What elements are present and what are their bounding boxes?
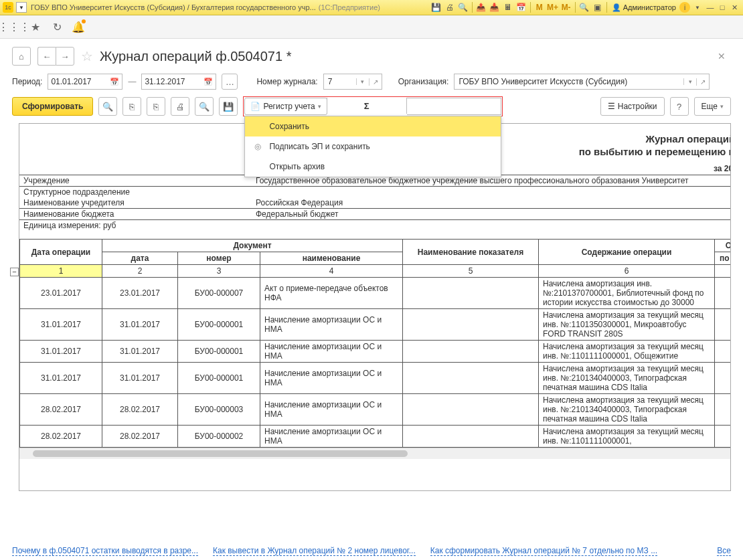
- window-title: ГОБУ ВПО Университет Искусств (Субсидия)…: [31, 3, 316, 11]
- org-select[interactable]: ГОБУ ВПО Университет Искусств (Субсидия)…: [454, 74, 710, 90]
- journal-num-label: Номер журнала:: [256, 77, 317, 86]
- bell-icon[interactable]: 🔔: [72, 21, 84, 33]
- footer-all[interactable]: Все: [717, 546, 731, 556]
- footer-link-1[interactable]: Почему в ф.0504071 остатки выводятся в р…: [12, 546, 198, 556]
- table-row[interactable]: 31.01.201731.01.2017БУ00-000001Начислени…: [20, 363, 732, 394]
- register-button[interactable]: 📄 Регистр учета ▾: [244, 98, 327, 115]
- chevron-down-icon: ▾: [318, 103, 321, 110]
- calendar-icon: 📅: [110, 78, 119, 86]
- preview-icon[interactable]: 🔍: [457, 1, 469, 13]
- favorite-icon[interactable]: ☆: [81, 48, 93, 64]
- chevron-down-icon: ▾: [683, 78, 696, 85]
- collapse-handle[interactable]: −: [10, 268, 19, 276]
- history-icon[interactable]: ↻: [51, 21, 63, 33]
- info-icon[interactable]: i: [679, 2, 690, 13]
- journal-num-select[interactable]: 7▾↗: [323, 74, 382, 90]
- app-logo-icon: 1c: [3, 2, 13, 13]
- open-icon: ↗: [696, 78, 709, 86]
- footer-link-3[interactable]: Как сформировать Журнал операций № 7 отд…: [430, 546, 657, 556]
- tool1-icon[interactable]: 📤: [475, 1, 487, 13]
- maximize-button[interactable]: □: [716, 2, 728, 13]
- m-icon[interactable]: M: [533, 1, 546, 13]
- home-button[interactable]: ⌂: [12, 47, 31, 66]
- menu-save[interactable]: Сохранить: [245, 116, 500, 136]
- footer-link-2[interactable]: Как вывести в Журнал операций № 2 номер …: [213, 546, 416, 556]
- date-from-input[interactable]: 01.01.2017📅: [48, 74, 122, 90]
- form-button[interactable]: Сформировать: [12, 97, 93, 116]
- budget-label: Наименование бюджета: [19, 209, 252, 219]
- footer-links: Почему в ф.0504071 остатки выводятся в р…: [12, 546, 731, 556]
- print2-button[interactable]: 🖨: [171, 97, 189, 116]
- th-doc-date: дата: [102, 252, 178, 265]
- open-icon: ↗: [369, 78, 382, 86]
- chevron-down-icon: ▾: [720, 103, 724, 110]
- calendar-icon: 📅: [203, 78, 213, 86]
- m-plus-icon[interactable]: M+: [547, 1, 559, 13]
- filter-row: Период: 01.01.2017📅 — 31.12.2017📅 … Номе…: [0, 70, 743, 94]
- h-scrollbar[interactable]: [19, 448, 730, 459]
- m-minus-icon[interactable]: M-: [560, 1, 572, 13]
- help-button[interactable]: ?: [670, 97, 689, 116]
- table-row[interactable]: 28.02.201728.02.2017БУ00-000003Начислени…: [20, 394, 732, 426]
- settings-button[interactable]: ☰Настройки: [600, 97, 665, 116]
- title-bar: 1c ▼ ГОБУ ВПО Университет Искусств (Субс…: [0, 0, 743, 15]
- preview2-button[interactable]: 🔍: [195, 97, 214, 116]
- doc-icon: 📄: [250, 102, 260, 111]
- print-icon[interactable]: 🖨: [444, 1, 456, 13]
- unit-label: Единица измерения: руб: [19, 220, 252, 231]
- more-button[interactable]: Еще▾: [694, 97, 731, 116]
- calendar-icon[interactable]: 📅: [515, 1, 527, 13]
- title-dropdown-icon[interactable]: ▼: [16, 2, 27, 13]
- tool-b-button[interactable]: ⎘: [147, 97, 165, 116]
- report-area[interactable]: Журнал операций № по выбытию и перемещен…: [19, 123, 731, 491]
- panel-icon[interactable]: ▣: [592, 1, 604, 13]
- window-subtitle: (1С:Предприятие): [319, 3, 380, 11]
- report-table: Дата операции Документ Наименование пока…: [19, 239, 731, 448]
- th-doc-num: номер: [178, 252, 260, 265]
- tool-a-button[interactable]: ⎘: [122, 97, 141, 116]
- th-doc: Документ: [102, 240, 403, 252]
- register-menu: Сохранить ◎Подписать ЭП и сохранить Откр…: [244, 116, 501, 177]
- period-picker-button[interactable]: …: [222, 74, 238, 90]
- th-indicator: Наименование показателя: [403, 240, 539, 265]
- menu-sign[interactable]: ◎Подписать ЭП и сохранить: [245, 136, 500, 157]
- tool2-icon[interactable]: 📥: [489, 1, 501, 13]
- th-content: Содержание операции: [539, 240, 715, 265]
- sum-display: [407, 98, 501, 115]
- dept-label: Структурное подразделение: [19, 187, 252, 197]
- org-label: Организация:: [398, 77, 449, 86]
- star-icon[interactable]: ★: [29, 21, 42, 33]
- zoom-icon[interactable]: 🔍: [578, 1, 590, 13]
- action-row: Сформировать 🔍 ⎘ ⎘ 🖨 🔍 💾 📄 Регистр учета…: [0, 94, 743, 123]
- close-tab-button[interactable]: ✕: [718, 51, 731, 62]
- date-to-input[interactable]: 31.12.2017📅: [141, 74, 216, 90]
- back-button[interactable]: ←: [37, 47, 56, 66]
- table-row[interactable]: 28.02.201728.02.2017БУ00-000002Начислени…: [20, 426, 732, 448]
- period-label: Период:: [12, 77, 42, 86]
- table-row[interactable]: 31.01.201731.01.2017БУ00-000001Начислени…: [20, 341, 732, 363]
- gear-icon: ☰: [608, 102, 615, 111]
- save-icon[interactable]: 💾: [430, 1, 442, 13]
- col-numbers-row: 1234567: [20, 265, 732, 278]
- page-header: ⌂ ← → ☆ Журнал операций ф.0504071 * ✕: [0, 39, 743, 70]
- apps-icon[interactable]: ⋮⋮⋮: [8, 21, 20, 33]
- stamp-icon: ◎: [253, 142, 262, 151]
- secondary-toolbar: ⋮⋮⋮ ★ ↻ 🔔: [0, 15, 743, 39]
- table-row[interactable]: 31.01.201731.01.2017БУ00-000001Начислени…: [20, 309, 732, 341]
- search-button[interactable]: 🔍: [98, 97, 117, 116]
- page-title: Журнал операций ф.0504071 *: [100, 49, 291, 64]
- minimize-button[interactable]: —: [704, 2, 716, 13]
- th-debit: по дебе: [715, 252, 732, 265]
- register-dropdown-outline: 📄 Регистр учета ▾ Σ Сохранить ◎Подписать…: [243, 96, 502, 116]
- table-row[interactable]: 23.01.201723.01.2017БУ00-000007Акт о при…: [20, 278, 732, 309]
- sigma-button[interactable]: Σ: [327, 98, 407, 114]
- founder-label: Наименование учредителя: [19, 197, 252, 208]
- info-dd-icon[interactable]: ▼: [691, 1, 704, 13]
- save2-button[interactable]: 💾: [219, 97, 238, 116]
- menu-archive[interactable]: Открыть архив: [245, 157, 500, 177]
- th-doc-name: наименование: [260, 252, 403, 265]
- calc-icon[interactable]: 🖩: [502, 1, 514, 13]
- close-window-button[interactable]: ✕: [728, 2, 740, 13]
- user-label[interactable]: 👤Администратор: [612, 3, 676, 12]
- forward-button[interactable]: →: [56, 47, 74, 66]
